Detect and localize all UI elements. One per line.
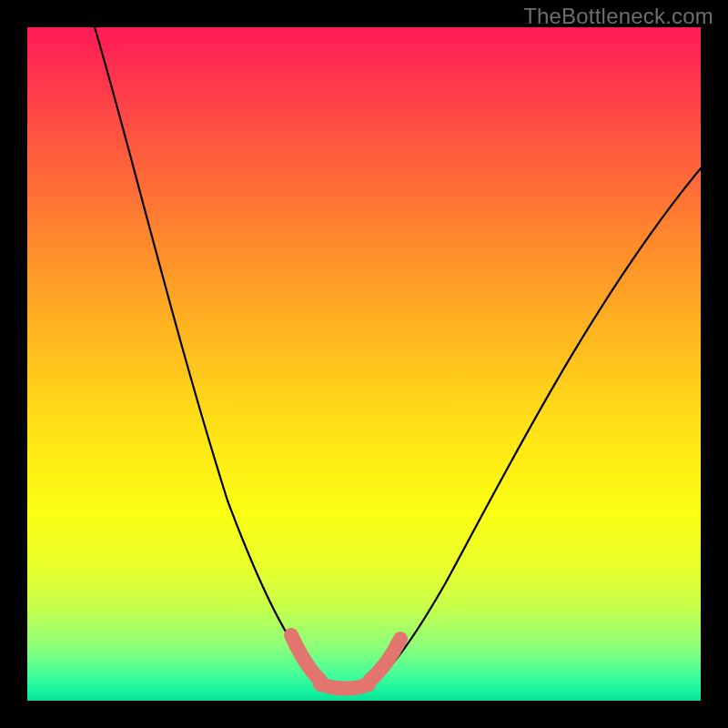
- chart-svg: [27, 27, 701, 701]
- valley-marker-right: [369, 639, 400, 681]
- valley-marker-bottom: [320, 684, 369, 689]
- bottleneck-curve-line: [95, 27, 701, 687]
- valley-marker-left: [291, 635, 320, 681]
- chart-frame: TheBottleneck.com: [0, 0, 728, 728]
- plot-area: [27, 27, 701, 701]
- watermark-text: TheBottleneck.com: [523, 4, 713, 29]
